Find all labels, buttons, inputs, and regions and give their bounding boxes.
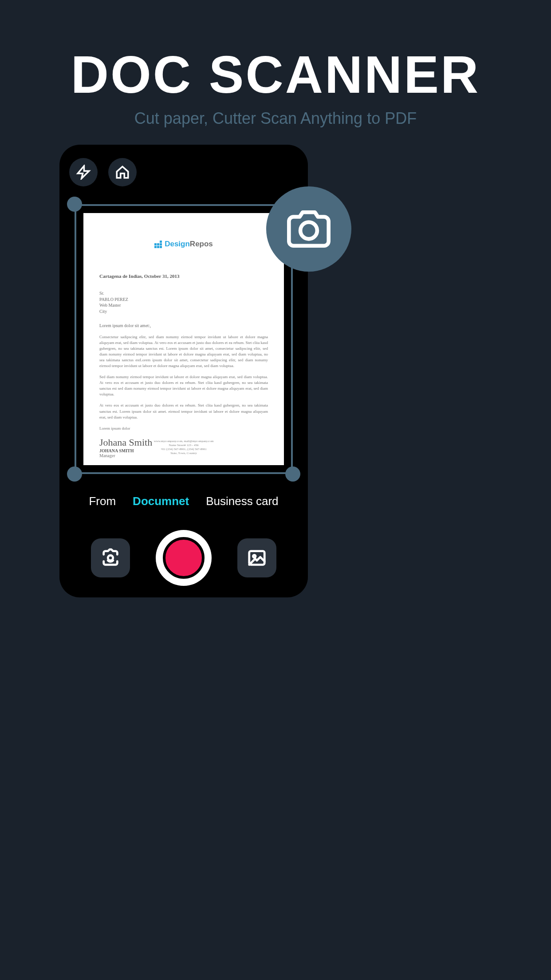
flash-button[interactable] (69, 158, 98, 186)
flash-icon (76, 165, 91, 180)
scanned-document: DesignRepos Cartagena de Indias, October… (83, 213, 284, 465)
top-toolbar (69, 158, 298, 186)
logo-text-2: Repos (190, 240, 213, 248)
hero-subtitle: Cut paper, Cutter Scan Anything to PDF (0, 109, 551, 128)
hero-title: DOC SCANNER (0, 44, 551, 105)
gallery-icon (247, 548, 267, 568)
crop-handle-top-left[interactable] (67, 197, 82, 212)
bottom-toolbar (59, 530, 308, 586)
home-button[interactable] (108, 158, 137, 186)
home-icon (115, 165, 130, 180)
logo-text-1: Design (165, 240, 190, 248)
mode-business-card[interactable]: Business card (206, 494, 278, 508)
doc-para-1: Consectetur sadipscing elitr, sed diam n… (99, 334, 268, 369)
mode-from[interactable]: From (89, 494, 116, 508)
doc-logo: DesignRepos (99, 240, 268, 249)
svg-point-4 (300, 222, 317, 239)
switch-camera-button[interactable] (91, 538, 130, 577)
logo-grid-icon (154, 241, 162, 248)
mode-document[interactable]: Documnet (133, 494, 189, 508)
doc-footer-line: www.mycompany.com, mail@mycompany.com (83, 439, 284, 443)
crop-rect: DesignRepos Cartagena de Indias, October… (75, 204, 293, 474)
svg-marker-0 (78, 166, 89, 178)
doc-para-3: At vero eos et accusam et justo duo dolo… (99, 403, 268, 420)
doc-date: Cartagena de Indias, October 31, 2013 (99, 273, 268, 279)
crop-area[interactable]: DesignRepos Cartagena de Indias, October… (69, 199, 298, 479)
gallery-button[interactable] (237, 538, 276, 577)
doc-para-2: Sed diam nonumy eirmod tempor invidunt u… (99, 374, 268, 397)
svg-point-1 (108, 555, 113, 561)
doc-footer-line: State, Town, Country (83, 451, 284, 455)
doc-footer-line: Name Street# 123 - 456 (83, 443, 284, 447)
doc-footer: www.mycompany.com, mail@mycompany.com Na… (83, 439, 284, 455)
crop-handle-bottom-left[interactable] (67, 466, 82, 482)
camera-badge (266, 186, 351, 272)
mode-tabs: From Documnet Business card (69, 494, 298, 508)
doc-footer-line: +01 (234) 567-8901, (234) 567-8901 (83, 447, 284, 451)
svg-point-3 (253, 555, 256, 557)
doc-closing: Lorem ipsum dolor (99, 426, 268, 431)
doc-lead: Lorem ipsum dolor sit amet:, (99, 323, 268, 328)
doc-address: Sr. PABLO PEREZ Web Master City (99, 290, 268, 314)
switch-camera-icon (100, 548, 121, 568)
shutter-button[interactable] (156, 530, 212, 586)
hero: DOC SCANNER Cut paper, Cutter Scan Anyth… (0, 44, 551, 128)
camera-icon (284, 205, 333, 253)
shutter-inner (163, 537, 205, 579)
crop-handle-bottom-right[interactable] (285, 466, 300, 482)
